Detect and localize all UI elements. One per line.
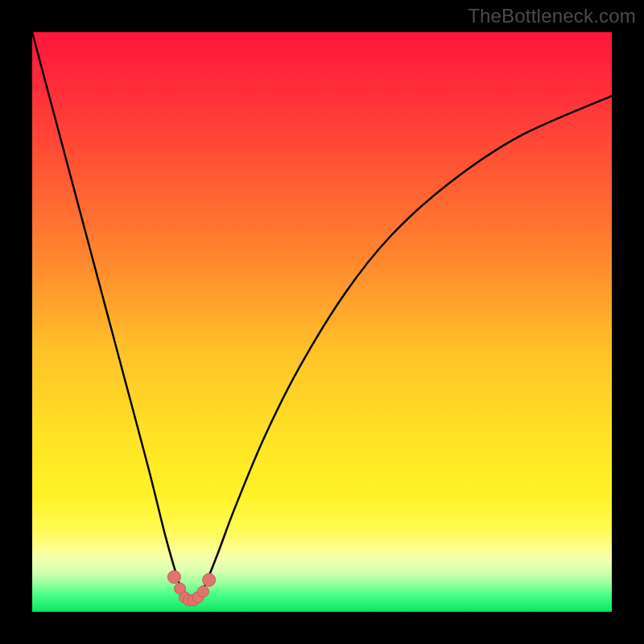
marker-dot — [167, 571, 180, 584]
plot-area — [32, 32, 612, 612]
marker-dot — [197, 586, 208, 597]
curve-overlay — [32, 32, 612, 612]
watermark-text: TheBottleneck.com — [468, 5, 636, 27]
bottleneck-curve — [32, 32, 612, 601]
highlight-markers — [167, 571, 215, 606]
marker-dot — [203, 573, 216, 586]
chart-frame: TheBottleneck.com — [0, 0, 644, 644]
